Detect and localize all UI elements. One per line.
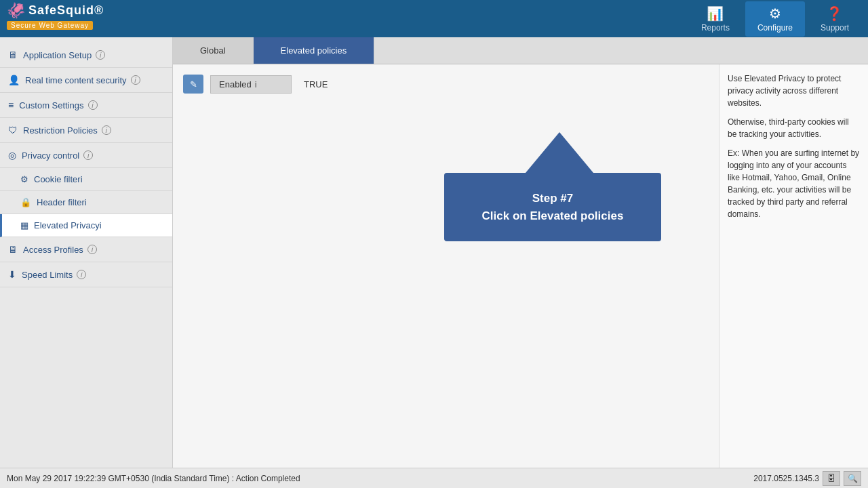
info-line-2: Otherwise, third-party cookies will be t… bbox=[728, 116, 860, 140]
callout-box: Step #7 Click on Elevated policies bbox=[444, 173, 661, 241]
logo-title: 🦑 SafeSquid® bbox=[7, 2, 104, 20]
tabs-bar: Global Elevated policies bbox=[173, 37, 868, 64]
help-icon-elevated-privacy[interactable]: i bbox=[100, 220, 102, 230]
help-icon-header-filter[interactable]: i bbox=[85, 197, 87, 207]
nav-support[interactable]: ❓ Support bbox=[808, 1, 861, 37]
logo: 🦑 SafeSquid® Secure Web Gateway bbox=[7, 2, 115, 36]
privacy-control-icon: ◎ bbox=[8, 150, 16, 161]
help-icon-privacy-control[interactable]: i bbox=[83, 150, 93, 160]
sidebar-item-real-time-content-security[interactable]: 👤 Real time content security i bbox=[0, 68, 172, 93]
sidebar-item-elevated-privacy[interactable]: ▦ Elevated Privacy i bbox=[0, 214, 172, 237]
nav-reports[interactable]: 📊 Reports bbox=[689, 1, 742, 37]
logo-subtitle: Secure Web Gateway bbox=[7, 21, 93, 30]
sidebar-item-speed-limits[interactable]: ⬇ Speed Limits i bbox=[0, 262, 172, 287]
tab-elevated-policies[interactable]: Elevated policies bbox=[254, 37, 375, 64]
help-icon-speed-limits[interactable]: i bbox=[77, 270, 86, 279]
callout-arrow bbox=[526, 132, 593, 173]
speed-limits-icon: ⬇ bbox=[8, 269, 16, 280]
cookie-filter-icon: ⚙ bbox=[20, 174, 28, 184]
help-icon-access-profiles[interactable]: i bbox=[87, 245, 97, 254]
status-message: Mon May 29 2017 19:22:39 GMT+0530 (India… bbox=[7, 474, 300, 483]
status-search-icon[interactable]: 🔍 bbox=[844, 471, 861, 486]
info-line-1: Use Elevated Privacy to protect privacy … bbox=[728, 73, 860, 109]
content-panel: ✎ Enabled i TRUE Step #7 Click on Elevat… bbox=[173, 64, 719, 468]
custom-settings-icon: ≡ bbox=[8, 100, 14, 110]
real-time-icon: 👤 bbox=[8, 75, 20, 85]
main-content: ✎ Enabled i TRUE Step #7 Click on Elevat… bbox=[173, 64, 868, 468]
status-db-icon[interactable]: 🗄 bbox=[823, 471, 840, 486]
application-setup-icon: 🖥 bbox=[8, 49, 18, 60]
callout-message: Click on Elevated policies bbox=[465, 207, 641, 225]
nav-configure[interactable]: ⚙ Configure bbox=[745, 1, 805, 37]
sidebar-item-restriction-policies[interactable]: 🛡 Restriction Policies i bbox=[0, 118, 172, 143]
sidebar-item-header-filter[interactable]: 🔒 Header filter i bbox=[0, 191, 172, 214]
help-icon-real-time[interactable]: i bbox=[131, 75, 140, 85]
callout-container: Step #7 Click on Elevated policies bbox=[444, 132, 661, 241]
field-value-enabled: TRUE bbox=[298, 76, 333, 93]
header: 🦑 SafeSquid® Secure Web Gateway 📊 Report… bbox=[0, 0, 868, 37]
reports-icon: 📊 bbox=[707, 5, 724, 22]
field-label-enabled: Enabled i bbox=[210, 75, 292, 94]
sidebar: 🖥 Application Setup i 👤 Real time conten… bbox=[0, 37, 173, 468]
elevated-privacy-icon: ▦ bbox=[20, 220, 28, 230]
edit-button[interactable]: ✎ bbox=[183, 75, 203, 94]
help-icon-custom-settings[interactable]: i bbox=[88, 100, 98, 110]
access-profiles-icon: 🖥 bbox=[8, 244, 18, 255]
help-icon-application-setup[interactable]: i bbox=[96, 50, 105, 60]
tab-global[interactable]: Global bbox=[173, 37, 254, 64]
restriction-policies-icon: 🛡 bbox=[8, 125, 18, 136]
status-right: 2017.0525.1345.3 🗄 🔍 bbox=[753, 471, 861, 486]
help-icon-enabled[interactable]: i bbox=[255, 79, 257, 89]
info-line-3: Ex: When you are surfing internet by log… bbox=[728, 147, 860, 220]
support-icon: ❓ bbox=[826, 5, 843, 22]
configure-icon: ⚙ bbox=[769, 5, 781, 22]
field-row-enabled: ✎ Enabled i TRUE bbox=[183, 75, 709, 94]
help-icon-restriction-policies[interactable]: i bbox=[102, 125, 111, 135]
version-label: 2017.0525.1345.3 bbox=[753, 474, 819, 483]
content-area: Global Elevated policies ✎ Enabled i TRU… bbox=[173, 37, 868, 468]
sidebar-item-application-setup[interactable]: 🖥 Application Setup i bbox=[0, 43, 172, 68]
info-panel: Use Elevated Privacy to protect privacy … bbox=[719, 64, 868, 468]
header-filter-icon: 🔒 bbox=[20, 197, 31, 207]
sidebar-item-custom-settings[interactable]: ≡ Custom Settings i bbox=[0, 93, 172, 118]
main-container: 🖥 Application Setup i 👤 Real time conten… bbox=[0, 37, 868, 468]
logo-area: 🦑 SafeSquid® Secure Web Gateway bbox=[7, 2, 115, 36]
sidebar-item-cookie-filter[interactable]: ⚙ Cookie filter i bbox=[0, 168, 172, 191]
status-bar: Mon May 29 2017 19:22:39 GMT+0530 (India… bbox=[0, 468, 868, 488]
nav-buttons: 📊 Reports ⚙ Configure ❓ Support bbox=[689, 1, 861, 37]
squid-icon: 🦑 bbox=[7, 2, 26, 20]
callout-step: Step #7 bbox=[465, 190, 641, 207]
sidebar-item-privacy-control[interactable]: ◎ Privacy control i bbox=[0, 143, 172, 168]
sidebar-item-access-profiles[interactable]: 🖥 Access Profiles i bbox=[0, 237, 172, 262]
help-icon-cookie-filter[interactable]: i bbox=[81, 174, 83, 184]
